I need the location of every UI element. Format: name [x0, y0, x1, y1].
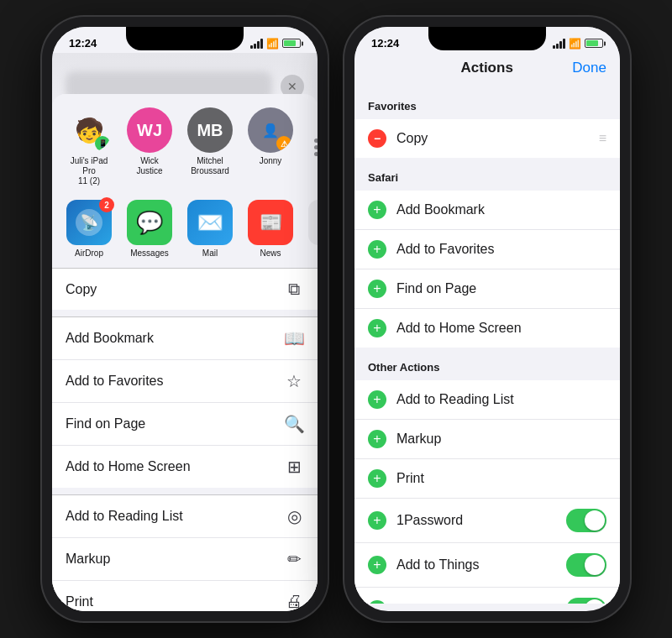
phone2: 12:24 📶 — [344, 17, 630, 621]
add-home-item-label: Add to Home Screen — [396, 321, 522, 336]
app-news[interactable]: 📰 News — [245, 200, 296, 258]
action-reading-list[interactable]: Add to Reading List ◎ — [52, 495, 318, 538]
add-bookmark-label: Add Bookmark — [66, 331, 154, 346]
app-airdrop[interactable]: 📡 2 AirDrop — [64, 200, 114, 258]
contact-name-wj: WickJustice — [136, 156, 162, 176]
add-bookmark-item-label: Add Bookmark — [396, 202, 485, 217]
item-copy[interactable]: − Copy ≡ — [354, 119, 620, 158]
add-home-label: Add to Home Screen — [66, 459, 191, 474]
toggle-add-things[interactable] — [566, 553, 606, 577]
contact-mb[interactable]: MB MitchelBroussard — [185, 107, 235, 186]
done-button[interactable]: Done — [572, 60, 606, 76]
minus-copy[interactable]: − — [368, 129, 386, 148]
airdrop-icon: 📡 2 — [66, 200, 112, 245]
action-copy-label: Copy — [66, 282, 97, 297]
add-things-item-label: Add to Things — [396, 557, 479, 573]
contact-name-jonny: Jonny — [260, 156, 282, 166]
markup-item-label: Markup — [396, 431, 441, 447]
wifi-icon: 📶 — [266, 38, 279, 50]
contact-jonny[interactable]: 👤 ⚠ Jonny — [245, 107, 296, 186]
time-2: 12:24 — [371, 37, 399, 50]
plus-1password[interactable]: + — [368, 511, 386, 530]
contact-wj[interactable]: WJ WickJustice — [124, 107, 175, 186]
item-1password[interactable]: + 1Password — [354, 499, 620, 543]
phone1: 12:24 📶 — [42, 17, 328, 621]
plus-add-things[interactable]: + — [368, 556, 386, 574]
action-copy[interactable]: Copy ⧉ — [52, 269, 318, 310]
item-add-bookmark[interactable]: + Add Bookmark — [354, 191, 620, 230]
actions-content: Favorites − Copy ≡ Safari — [354, 86, 620, 604]
reading-list-label: Add to Reading List — [66, 509, 183, 524]
app-name-messages: Messages — [130, 248, 169, 258]
plus-find-page[interactable]: + — [368, 280, 386, 298]
markup-label: Markup — [66, 552, 110, 567]
phone2-screen: 12:24 📶 — [354, 27, 620, 611]
action-markup[interactable]: Markup ✏ — [52, 538, 318, 581]
item-add-things[interactable]: + Add to Things — [354, 543, 620, 588]
plus-add-bookmark[interactable]: + — [368, 201, 386, 219]
toggle-1blocker[interactable] — [566, 598, 606, 604]
item-1blocker[interactable]: + 1Blocker — [354, 588, 620, 604]
action-add-bookmark[interactable]: Add Bookmark 📖 — [52, 317, 318, 360]
plus-print[interactable]: + — [368, 469, 386, 488]
home-icon: ⊞ — [284, 457, 304, 477]
actions-title: Actions — [461, 60, 513, 76]
section-safari: + Add Bookmark + Add to Favorites — [354, 191, 620, 348]
toggle-1password[interactable] — [566, 509, 606, 532]
imessage-badge: 📱 — [95, 136, 110, 151]
phone1-screen: 12:24 📶 — [52, 27, 318, 611]
print-item-label: Print — [396, 471, 424, 486]
action-print[interactable]: Print 🖨 — [52, 581, 318, 611]
add-favorites-label: Add to Favorites — [66, 374, 164, 389]
item-print[interactable]: + Print — [354, 459, 620, 499]
action-section-2: Add Bookmark 📖 Add to Favorites ☆ — [52, 317, 318, 488]
notch — [126, 27, 244, 50]
action-add-favorites[interactable]: Add to Favorites ☆ — [52, 360, 318, 403]
plus-add-home[interactable]: + — [368, 319, 386, 337]
plus-reading-list[interactable]: + — [368, 390, 386, 409]
signal-icon — [250, 39, 263, 49]
star-icon: ☆ — [284, 371, 304, 391]
more-apps[interactable] — [306, 200, 318, 258]
copy-item-label: Copy — [396, 131, 428, 146]
more-dots — [314, 124, 318, 170]
contact-name-mb: MitchelBroussard — [191, 156, 229, 176]
contacts-row: 🧒 📱 Juli's iPad Pro11 (2) WJ WickJustice… — [52, 94, 318, 193]
status-icons-2: 📶 — [553, 38, 603, 50]
section-other: + Add to Reading List + Markup — [354, 380, 620, 604]
action-find-page[interactable]: Find on Page 🔍 — [52, 403, 318, 446]
contact-avatar-juli: 🧒 📱 — [66, 107, 112, 153]
plus-markup[interactable]: + — [368, 430, 386, 448]
plus-1blocker[interactable]: + — [368, 600, 386, 604]
item-add-home[interactable]: + Add to Home Screen — [354, 309, 620, 348]
section-favorites: − Copy ≡ — [354, 119, 620, 158]
action-add-home[interactable]: Add to Home Screen ⊞ — [52, 446, 318, 488]
news-icon: 📰 — [248, 200, 293, 245]
copy-icon: ⧉ — [284, 280, 304, 299]
app-messages[interactable]: 💬 Messages — [124, 200, 175, 258]
item-find-page[interactable]: + Find on Page — [354, 269, 620, 309]
apps-row: 📡 2 AirDrop 💬 Messages — [52, 193, 318, 268]
print-label: Print — [66, 594, 93, 609]
find-page-item-label: Find on Page — [396, 281, 476, 296]
signal-icon-2 — [553, 39, 565, 49]
item-reading-list[interactable]: + Add to Reading List — [354, 380, 620, 420]
warning-badge: ⚠ — [276, 136, 291, 151]
contact-juli[interactable]: 🧒 📱 Juli's iPad Pro11 (2) — [64, 107, 114, 186]
section-safari-title: Safari — [354, 158, 620, 191]
action-section-3: Add to Reading List ◎ Markup ✏ — [52, 495, 318, 611]
section-favorites-title: Favorites — [354, 86, 620, 119]
section-other-title: Other Actions — [354, 348, 620, 380]
status-icons-1: 📶 — [250, 38, 301, 50]
plus-add-favorites[interactable]: + — [368, 240, 386, 259]
item-add-favorites[interactable]: + Add to Favorites — [354, 230, 620, 269]
more-contacts[interactable] — [306, 107, 318, 186]
markup-icon: ✏ — [284, 549, 304, 569]
battery-icon — [282, 39, 301, 48]
app-mail[interactable]: ✉️ Mail — [185, 200, 235, 258]
add-favorites-item-label: Add to Favorites — [396, 242, 495, 257]
contact-avatar-wj: WJ — [127, 107, 172, 153]
battery-icon-2 — [585, 39, 603, 48]
search-icon: 🔍 — [284, 414, 304, 434]
item-markup[interactable]: + Markup — [354, 420, 620, 459]
